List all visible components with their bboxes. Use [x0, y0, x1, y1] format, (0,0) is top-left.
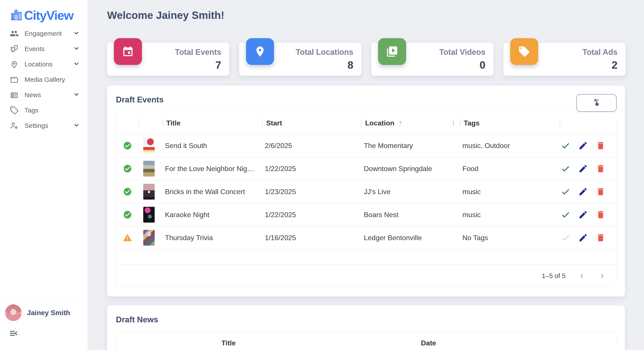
refresh-button[interactable]	[576, 94, 616, 112]
header-title[interactable]: Title	[116, 332, 341, 350]
draft-events-table: Title Start Location Tags	[116, 112, 616, 286]
table-header-row: Title Date	[116, 332, 616, 350]
sidebar-item-news[interactable]: News	[0, 87, 88, 103]
approve-check-icon[interactable]	[561, 141, 570, 150]
edit-icon[interactable]	[578, 187, 588, 197]
event-location: The Momentary	[361, 142, 460, 150]
sidebar-divider	[0, 301, 88, 301]
section-title: Draft Events	[116, 95, 164, 104]
chevron-down-icon[interactable]	[73, 61, 80, 68]
edit-icon[interactable]	[578, 210, 588, 220]
tag-icon	[510, 38, 538, 65]
tag-icon	[10, 105, 21, 115]
newspaper-icon	[10, 90, 21, 100]
draft-news-section: Draft News Title Date	[107, 305, 625, 350]
table-pagination: 1–5 of 5	[116, 264, 616, 286]
event-tags: music, Outdoor	[460, 142, 560, 150]
header-label: Location	[365, 119, 394, 127]
chevron-down-icon[interactable]	[73, 91, 80, 99]
column-divider	[560, 120, 560, 126]
event-thumbnail	[139, 138, 162, 153]
sidebar-item-label: Settings	[24, 122, 73, 129]
header-title[interactable]: Title	[162, 112, 262, 134]
approve-check-icon[interactable]	[561, 164, 570, 173]
user-profile[interactable]: Jainey Smith	[5, 304, 70, 321]
delete-icon[interactable]	[596, 187, 606, 197]
table-row[interactable]: Send it South 2/6/2025 The Momentary mus…	[116, 134, 616, 157]
header-tags[interactable]: Tags	[460, 112, 560, 134]
city-buildings-icon	[10, 9, 23, 22]
sidebar-item-media-gallery[interactable]: Media Gallery	[0, 72, 88, 87]
delete-icon[interactable]	[596, 233, 606, 243]
header-start[interactable]: Start	[262, 112, 361, 134]
chevron-down-icon[interactable]	[73, 122, 80, 129]
header-date[interactable]: Date	[341, 332, 516, 350]
movie-icon	[10, 75, 21, 84]
sidebar-item-locations[interactable]: Locations	[0, 57, 88, 72]
chevron-left-icon[interactable]	[578, 272, 586, 280]
event-start: 1/23/2025	[262, 188, 361, 196]
event-start: 1/22/2025	[262, 211, 361, 219]
sidebar-item-engagement[interactable]: Engagement	[0, 26, 88, 41]
calendar-icon	[114, 38, 142, 65]
stat-card-total-ads: Total Ads 2	[503, 38, 626, 78]
stat-value: 0	[480, 59, 486, 71]
sidebar-item-events[interactable]: Events	[0, 41, 88, 57]
event-tags: No Tags	[460, 234, 560, 242]
event-title: Thursday Trivia	[162, 234, 262, 242]
stat-label: Total Events	[175, 48, 221, 57]
sidebar-item-tags[interactable]: Tags	[0, 103, 88, 118]
column-divider	[262, 120, 263, 126]
menu-collapse-icon	[9, 328, 18, 339]
pagination-range: 1–5 of 5	[542, 272, 566, 280]
approve-check-icon[interactable]	[561, 187, 570, 197]
sort-ascending-icon[interactable]	[397, 120, 404, 126]
chevron-right-icon[interactable]	[598, 272, 606, 280]
column-divider	[460, 120, 460, 126]
chevron-down-icon[interactable]	[73, 30, 80, 37]
header-image-column	[139, 112, 162, 134]
table-row[interactable]: Bricks in the Wall Concert 1/23/2025 JJ'…	[116, 180, 616, 203]
event-location: Boars Nest	[361, 211, 460, 219]
stat-label: Total Videos	[439, 48, 486, 57]
event-thumbnail	[139, 161, 162, 177]
sidebar-nav: Engagement Events	[0, 26, 88, 133]
avatar	[5, 304, 22, 321]
status-published-icon	[116, 141, 139, 150]
header-location[interactable]: Location	[361, 112, 460, 134]
table-row[interactable]: Karaoke Night 1/22/2025 Boars Nest music	[116, 203, 616, 226]
edit-icon[interactable]	[578, 233, 588, 243]
edit-icon[interactable]	[578, 164, 588, 173]
draft-news-table: Title Date	[116, 332, 616, 350]
delete-icon[interactable]	[596, 164, 606, 173]
edit-icon[interactable]	[578, 141, 588, 150]
chevron-down-icon[interactable]	[73, 45, 80, 53]
collapse-sidebar-button[interactable]	[9, 328, 21, 339]
event-tags: music	[460, 188, 560, 196]
sidebar-item-label: Media Gallery	[24, 76, 80, 83]
header-label: Tags	[464, 119, 480, 127]
delete-icon[interactable]	[596, 141, 606, 150]
event-thumbnail	[139, 207, 162, 223]
stat-label: Total Locations	[296, 48, 353, 57]
stat-card-total-events: Total Events 7	[107, 38, 229, 78]
column-menu-icon[interactable]	[450, 120, 457, 126]
approve-check-icon[interactable]	[561, 210, 570, 220]
event-start: 1/16/2025	[262, 234, 361, 242]
table-row[interactable]: Thursday Trivia 1/16/2025 Ledger Bentonv…	[116, 226, 616, 249]
main-content: Welcome Jainey Smith! Total Events 7 Tot…	[88, 0, 644, 350]
event-location: Downtown Springdale	[361, 165, 460, 173]
header-actions-column	[560, 112, 616, 134]
status-published-icon	[116, 187, 139, 196]
table-row[interactable]: For the Love Neighbor Nig… 1/22/2025 Dow…	[116, 157, 616, 180]
sidebar: CityView Engagement	[0, 0, 88, 350]
stat-card-total-videos: Total Videos 0	[371, 38, 493, 78]
stat-value: 2	[612, 59, 618, 71]
empty-row	[116, 249, 616, 264]
delete-icon[interactable]	[596, 210, 606, 220]
sidebar-item-settings[interactable]: Settings	[0, 118, 88, 133]
page-title: Welcome Jainey Smith!	[107, 9, 224, 21]
map-pin-icon	[246, 38, 274, 65]
event-start: 2/6/2025	[262, 142, 361, 150]
app-logo[interactable]: CityView	[10, 8, 74, 23]
